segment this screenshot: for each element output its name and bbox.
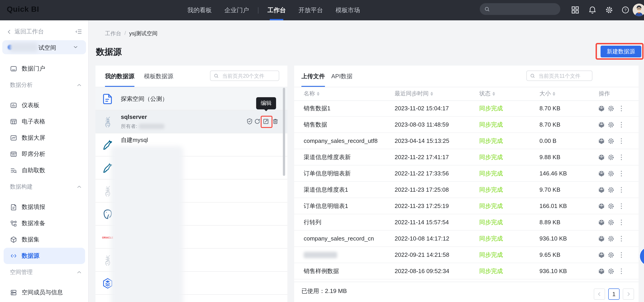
sidebar-item-数据填报[interactable]: 数据填报	[0, 199, 89, 215]
settings-icon[interactable]	[607, 235, 614, 242]
certify-icon[interactable]	[246, 118, 253, 125]
column-header-1[interactable]: 名称	[304, 87, 320, 100]
file-row-9[interactable]: company_sales_record_cn2022-10-08 14:17:…	[294, 231, 638, 247]
collapse-sidebar-icon[interactable]	[75, 28, 82, 35]
delete-icon[interactable]	[272, 118, 279, 125]
settings-icon[interactable]	[607, 203, 614, 210]
datasource-tab-2[interactable]: 模板数据源	[144, 65, 173, 87]
file-row-5[interactable]: 订单信息明细表新2022-11-22 17:33:56同步完成146.46 KB	[294, 165, 638, 182]
sidebar-item-数据门户[interactable]: 数据门户	[0, 61, 89, 77]
file-row-3[interactable]: company_sales_record_utf82023-04-14 15:1…	[294, 133, 638, 149]
create-dataset-icon[interactable]	[598, 137, 605, 145]
file-row-6[interactable]: 渠道信息维度表12022-11-23 17:25:08同步完成9.70 KB	[294, 182, 638, 198]
nav-item-1[interactable]: 我的看板	[187, 0, 212, 20]
create-dataset-icon[interactable]	[598, 154, 605, 161]
sidebar-item-电子表格[interactable]: 电子表格	[0, 113, 89, 130]
more-actions-icon[interactable]	[618, 219, 625, 226]
more-actions-icon[interactable]	[618, 235, 625, 242]
new-datasource-button[interactable]: 新建数据源	[600, 46, 641, 57]
settings-icon[interactable]	[607, 137, 614, 145]
prev-page-button[interactable]	[594, 289, 605, 300]
column-header-2[interactable]: 最近同步时间	[395, 87, 433, 100]
sidebar-item-数据源[interactable]: 数据源	[4, 248, 85, 264]
settings-icon[interactable]	[607, 268, 614, 275]
sidebar-item-即席分析[interactable]: 即席分析	[0, 146, 89, 162]
settings-icon[interactable]	[607, 105, 614, 112]
file-tab-2[interactable]: API数据	[331, 65, 352, 87]
nav-item-5[interactable]: 模板市场	[336, 0, 360, 20]
create-dataset-icon[interactable]	[598, 203, 605, 210]
settings-icon[interactable]	[607, 121, 614, 128]
floating-assistant-button[interactable]	[639, 246, 644, 266]
file-row-4[interactable]: 渠道信息维度表新2022-11-22 17:41:17同步完成9.88 KB	[294, 149, 638, 165]
file-search-input[interactable]	[538, 72, 589, 79]
refresh-icon[interactable]	[254, 118, 261, 125]
sidebar-item-空间成员与信息[interactable]: 空间成员与信息	[0, 284, 89, 301]
datasource-search-input[interactable]	[221, 72, 276, 79]
file-row-1[interactable]: 销售数据12023-11-02 15:04:17同步完成8.70 KB	[294, 100, 638, 117]
user-avatar[interactable]	[633, 3, 644, 16]
chevron-up-icon[interactable]	[76, 184, 82, 190]
file-row-2[interactable]: 销售数据2023-08-03 11:48:59同步完成8.70 KB	[294, 117, 638, 133]
settings-icon[interactable]	[607, 154, 614, 161]
create-dataset-icon[interactable]	[598, 186, 605, 194]
next-page-button[interactable]	[623, 289, 634, 300]
sort-icon[interactable]	[552, 92, 555, 96]
page-number[interactable]: 1	[608, 289, 620, 300]
nav-item-4[interactable]: 开放平台	[298, 0, 323, 20]
settings-icon[interactable]	[607, 219, 614, 226]
global-search[interactable]	[480, 3, 560, 15]
settings-icon[interactable]	[607, 170, 614, 177]
apps-grid-icon[interactable]	[571, 6, 579, 14]
more-actions-icon[interactable]	[618, 137, 625, 145]
notification-icon[interactable]	[588, 6, 596, 14]
sort-icon[interactable]	[492, 92, 495, 96]
sidebar-item-数据准备[interactable]: 数据准备	[0, 215, 89, 232]
datasource-tab-1[interactable]: 我的数据源	[105, 65, 134, 87]
breadcrumb-workbench[interactable]: 工作台	[105, 30, 121, 37]
file-row-7[interactable]: 订单信息明细表12022-11-23 17:25:19同步完成166.01 KB	[294, 198, 638, 214]
create-dataset-icon[interactable]	[598, 105, 605, 112]
more-actions-icon[interactable]	[618, 105, 625, 112]
chevron-up-icon[interactable]	[76, 269, 82, 275]
create-dataset-icon[interactable]	[598, 219, 605, 226]
scrollbar-thumb[interactable]	[283, 88, 285, 176]
file-row-8[interactable]: 行转列2022-11-14 15:57:54同步完成8.89 KB	[294, 214, 638, 231]
column-header-3[interactable]: 状态	[479, 87, 495, 100]
file-search[interactable]	[526, 70, 592, 81]
more-actions-icon[interactable]	[618, 121, 625, 128]
help-icon[interactable]: ?	[621, 6, 630, 14]
nav-item-2[interactable]: 企业门户	[224, 0, 249, 20]
sort-icon[interactable]	[430, 92, 433, 96]
sidebar-item-自助取数[interactable]: 自助取数	[0, 162, 89, 179]
column-header-4[interactable]: 大小	[540, 87, 555, 100]
datasource-search[interactable]	[210, 70, 279, 81]
more-actions-icon[interactable]	[618, 170, 625, 177]
more-actions-icon[interactable]	[618, 268, 625, 275]
settings-icon[interactable]	[607, 251, 614, 259]
settings-icon[interactable]	[607, 186, 614, 194]
datasource-row-2[interactable]: sqlserver所有者:	[96, 110, 288, 133]
sort-icon[interactable]	[317, 92, 320, 96]
file-tab-1[interactable]: 上传文件	[302, 65, 325, 87]
more-actions-icon[interactable]	[618, 203, 625, 210]
more-actions-icon[interactable]	[618, 154, 625, 161]
sidebar-item-数据大屏[interactable]: 数据大屏	[0, 130, 89, 146]
create-dataset-icon[interactable]	[598, 121, 605, 128]
global-search-input[interactable]	[493, 5, 554, 13]
create-dataset-icon[interactable]	[598, 170, 605, 177]
file-row-10[interactable]: 2022-09-21 14:21:58同步完成9.65 KB	[294, 247, 638, 263]
back-to-workbench-link[interactable]: 返回工作台	[6, 26, 44, 37]
edit-icon[interactable]	[262, 118, 269, 125]
create-dataset-icon[interactable]	[598, 235, 605, 242]
settings-icon[interactable]	[605, 6, 613, 14]
more-actions-icon[interactable]	[618, 251, 625, 259]
chevron-up-icon[interactable]	[76, 82, 82, 88]
create-dataset-icon[interactable]	[598, 251, 605, 259]
create-dataset-icon[interactable]	[598, 268, 605, 275]
workspace-selector[interactable]: 试空间	[2, 40, 86, 54]
sidebar-item-数据集[interactable]: 数据集	[0, 232, 89, 248]
sidebar-item-仪表板[interactable]: 仪表板	[0, 97, 89, 113]
file-row-11[interactable]: 销售样例数据2022-08-16 09:52:34同步完成936.10 KB	[294, 263, 638, 280]
more-actions-icon[interactable]	[618, 186, 625, 194]
